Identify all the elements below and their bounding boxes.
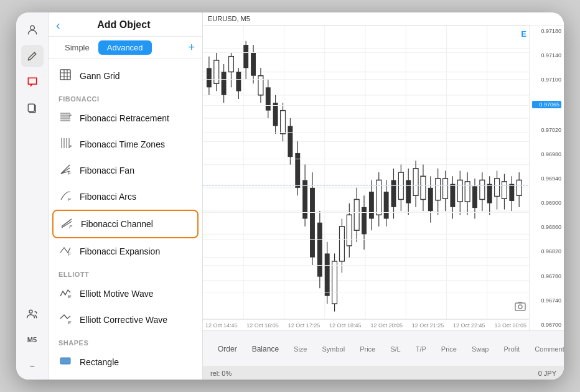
time-label: 12 Oct 17:25 [288, 322, 320, 329]
time-label: 13 Oct 00:05 [494, 322, 526, 329]
svg-rect-4 [60, 70, 70, 80]
svg-text:F: F [69, 144, 72, 149]
list-item-elliott-motive[interactable]: E Elliott Motive Wave [49, 281, 202, 307]
list-item-fib-fan[interactable]: F Fibonacci Fan [49, 157, 202, 184]
fib-time-zones-label: Fibonacci Time Zones [80, 139, 165, 149]
profit-info: 0 JPY [538, 370, 556, 377]
svg-rect-2 [28, 104, 34, 111]
sidebar-icon-m5[interactable]: M5 [21, 329, 44, 351]
e-marker: E [521, 29, 526, 39]
rel-info: rel: 0% [210, 370, 232, 377]
time-label: 12 Oct 21:25 [412, 322, 444, 329]
list-item-rectangle[interactable]: Rectangle [49, 349, 202, 375]
svg-rect-141 [518, 302, 522, 303]
current-price-label: 0.97065 [532, 101, 561, 108]
copy-icon [26, 102, 39, 114]
list-item-elliott-corrective[interactable]: E Elliott Corrective Wave [49, 307, 202, 333]
sidebar-icon-minus[interactable]: − [21, 355, 44, 377]
svg-text:F: F [69, 113, 72, 118]
svg-text:F: F [68, 251, 72, 256]
svg-point-140 [518, 305, 522, 309]
gann-grid-label: Gann Grid [80, 71, 120, 81]
order-tab[interactable]: Order [210, 342, 245, 356]
price-label: 0.97180 [532, 28, 561, 34]
chart-canvas[interactable]: 0.97180 0.97140 0.97100 0.97065 0.97020 … [203, 26, 564, 330]
list-item-fib-time-zones[interactable]: F Fibonacci Time Zones [49, 131, 202, 157]
balance-tab[interactable]: Balance [245, 342, 286, 356]
sidebar: M5 − [16, 12, 49, 380]
tab-add-button[interactable]: + [188, 41, 195, 54]
column-sl: S/L [390, 345, 401, 353]
sidebar-icon-chat[interactable] [21, 71, 44, 93]
tab-advanced[interactable]: Advanced [98, 40, 152, 55]
device: M5 − ‹ Add Object Simple Advanced + [16, 12, 564, 380]
column-price2: Price [441, 345, 457, 353]
time-label: 12 Oct 18:45 [329, 322, 362, 329]
price-label: 0.97100 [532, 77, 561, 83]
price-label: 0.96860 [532, 224, 561, 230]
time-labels: 12 Oct 14:45 12 Oct 16:05 12 Oct 17:25 1… [203, 319, 529, 330]
panel-header: ‹ Add Object [49, 12, 202, 37]
list-item-gann-grid[interactable]: Gann Grid [49, 63, 202, 89]
sidebar-icon-draw[interactable] [21, 45, 44, 67]
rectangle-label: Rectangle [80, 357, 119, 367]
list-item-fib-arcs[interactable]: F Fibonacci Arcs [49, 184, 202, 210]
time-label: 12 Oct 14:45 [205, 322, 238, 329]
svg-rect-31 [60, 358, 70, 364]
rectangle-icon [58, 355, 72, 370]
column-comment: Comment [535, 345, 564, 353]
chart-symbol: EURUSD, M5 [208, 15, 250, 22]
fib-arcs-label: Fibonacci Arcs [80, 192, 136, 202]
price-label: 0.96900 [532, 200, 561, 206]
fib-channel-label: Fibonacci Channel [81, 219, 153, 229]
fib-channel-icon: F [60, 217, 73, 231]
list-item-fib-expansion[interactable]: F Fibonacci Expansion [49, 238, 202, 264]
fib-expansion-icon: F [58, 244, 72, 259]
svg-point-0 [30, 26, 34, 30]
pencil-icon [26, 50, 39, 62]
screenshot-icon [514, 301, 526, 313]
users-icon [26, 307, 39, 320]
tab-simple[interactable]: Simple [56, 40, 98, 55]
price-label: 0.97020 [532, 127, 561, 133]
column-swap: Swap [472, 345, 489, 353]
svg-text:F: F [68, 197, 72, 202]
add-object-panel: ‹ Add Object Simple Advanced + [49, 12, 203, 380]
panel-title: Add Object [65, 19, 182, 30]
column-tp: T/P [416, 345, 426, 353]
screenshot-button[interactable] [514, 301, 526, 315]
elliott-corrective-icon: E [58, 312, 72, 327]
elliott-motive-icon: E [58, 286, 72, 301]
svg-text:E: E [68, 294, 72, 299]
price-label: 0.97140 [532, 52, 561, 58]
fib-time-zones-icon: F [58, 137, 72, 152]
list-item-triangle[interactable]: Triangle [49, 375, 202, 380]
fib-fan-label: Fibonacci Fan [80, 166, 134, 175]
price-labels: 0.97180 0.97140 0.97100 0.97065 0.97020 … [529, 26, 564, 330]
elliott-corrective-label: Elliott Corrective Wave [80, 315, 167, 325]
fib-retracement-icon: F [58, 111, 72, 126]
price-label: 0.96820 [532, 248, 561, 254]
back-button[interactable]: ‹ [56, 19, 60, 31]
section-elliott: ELLIOTT [49, 264, 202, 281]
svg-text:F: F [69, 224, 73, 229]
svg-point-3 [29, 310, 32, 313]
price-label: 0.96940 [532, 175, 561, 182]
list-item-fib-channel[interactable]: F Fibonacci Channel [52, 210, 199, 238]
fib-retracement-label: Fibonacci Retracement [80, 113, 169, 123]
sidebar-icon-copy[interactable] [21, 97, 44, 119]
time-label: 12 Oct 16:05 [246, 322, 279, 329]
list-item-fib-retracement[interactable]: F Fibonacci Retracement [49, 105, 202, 131]
fib-arcs-icon: F [58, 189, 72, 204]
section-shapes: SHAPES [49, 333, 202, 349]
m5-label: M5 [27, 336, 37, 343]
sidebar-icon-users[interactable] [21, 302, 44, 325]
chat-icon [26, 76, 39, 88]
collapse-icon: − [29, 361, 34, 371]
profile-icon [26, 24, 39, 36]
sidebar-icon-profile[interactable] [21, 19, 44, 41]
price-label: 0.96980 [532, 151, 561, 157]
column-profit: Profit [503, 345, 520, 353]
svg-text:F: F [68, 170, 72, 175]
column-price: Price [360, 345, 375, 353]
